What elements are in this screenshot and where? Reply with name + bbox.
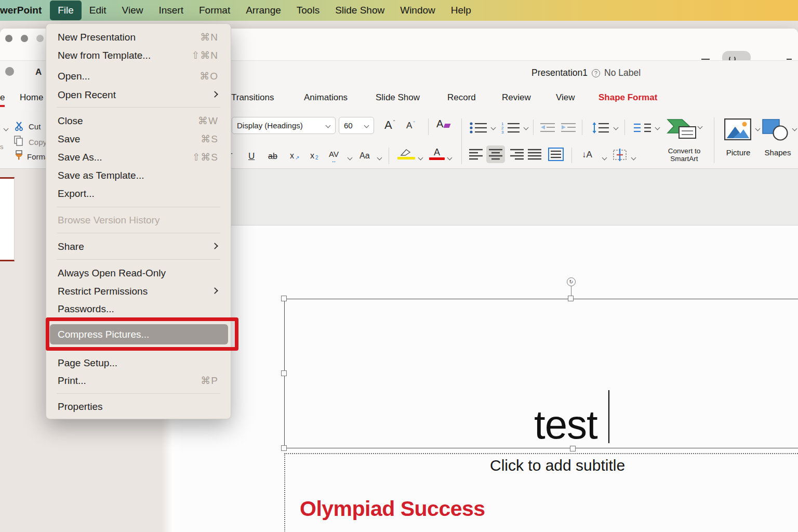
decrease-font-size-button[interactable]: Aˇ xyxy=(406,121,415,131)
cut-icon[interactable] xyxy=(15,121,23,131)
menubar-item-tools[interactable]: Tools xyxy=(289,0,327,21)
menubar-item-insert[interactable]: Insert xyxy=(151,0,191,21)
menu-item-print[interactable]: Print... ⌘P xyxy=(46,371,231,390)
smartart-icon[interactable] xyxy=(667,117,697,140)
ribbon-tab-slideshow[interactable]: Slide Show xyxy=(376,92,420,103)
shapes-caret-icon[interactable] xyxy=(793,127,797,131)
menu-item-save[interactable]: Save ⌘S xyxy=(46,130,231,148)
numbering-button[interactable]: 123 xyxy=(501,122,521,134)
change-case-button[interactable]: Aa xyxy=(360,151,370,161)
menubar-item-help[interactable]: Help xyxy=(443,0,479,21)
copy-icon[interactable] xyxy=(14,136,23,146)
picture-icon[interactable] xyxy=(724,118,751,140)
columns-button[interactable] xyxy=(634,123,653,133)
shapes-label[interactable]: Shapes xyxy=(760,149,796,157)
text-direction-button[interactable]: ↓A xyxy=(582,150,592,160)
resize-handle-top-left[interactable] xyxy=(281,296,287,301)
ribbon-tab-animations[interactable]: Animations xyxy=(304,92,348,103)
menu-item-restrict-permissions[interactable]: Restrict Permissions xyxy=(46,282,231,300)
menubar-item-arrange[interactable]: Arrange xyxy=(238,0,289,21)
menubar-item-slideshow[interactable]: Slide Show xyxy=(327,0,392,21)
decrease-indent-button[interactable] xyxy=(540,123,556,133)
copy-label[interactable]: Copy xyxy=(29,138,47,147)
slide-brand-text[interactable]: Olympiad Success xyxy=(300,497,485,521)
align-objects-caret-icon[interactable] xyxy=(632,156,636,160)
ribbon-tab-shape-format[interactable]: Shape Format xyxy=(598,92,657,103)
text-box-align-button[interactable] xyxy=(548,148,564,161)
format-painter-icon[interactable] xyxy=(14,150,24,161)
bullets-button[interactable] xyxy=(469,122,488,134)
resize-handle-bottom-left[interactable] xyxy=(281,445,287,451)
menubar-item-view[interactable]: View xyxy=(114,0,151,21)
sensitivity-label-icon[interactable]: ? xyxy=(592,69,600,77)
resize-handle-middle-left[interactable] xyxy=(281,370,287,376)
menu-item-save-as[interactable]: Save As... ⇧⌘S xyxy=(46,148,231,166)
menu-item-export[interactable]: Export... xyxy=(46,184,231,203)
menubar-item-edit[interactable]: Edit xyxy=(82,0,114,21)
font-color-caret-icon[interactable] xyxy=(448,156,452,160)
clipboard-chevron-icon[interactable] xyxy=(4,127,8,131)
smartart-label[interactable]: Convert to SmartArt xyxy=(659,148,710,163)
font-color-button[interactable]: A xyxy=(429,148,445,160)
font-size-select[interactable]: 60 xyxy=(339,117,374,134)
highlight-caret-icon[interactable] xyxy=(419,156,423,160)
picture-caret-icon[interactable] xyxy=(756,127,760,131)
ribbon-tab-review[interactable]: Review xyxy=(502,92,531,103)
rotation-handle-icon[interactable]: ↻ xyxy=(567,277,576,286)
line-spacing-button[interactable] xyxy=(592,122,610,134)
ribbon-tab-record[interactable]: Record xyxy=(447,92,476,103)
menu-item-close[interactable]: Close ⌘W xyxy=(46,112,231,130)
menu-item-open-recent[interactable]: Open Recent xyxy=(46,86,231,104)
menu-item-new-from-template[interactable]: New from Template... ⇧⌘N xyxy=(46,46,231,64)
ribbon-tab-home[interactable]: Home xyxy=(20,92,43,103)
menu-item-open[interactable]: Open... ⌘O xyxy=(46,67,231,85)
justify-button[interactable] xyxy=(528,149,542,160)
shapes-icon[interactable] xyxy=(762,118,791,141)
picture-label[interactable]: Picture xyxy=(721,149,755,157)
increase-font-size-button[interactable]: Aˆ xyxy=(384,118,395,132)
menu-item-passwords[interactable]: Passwords... xyxy=(46,300,231,318)
menu-item-always-open-read-only[interactable]: Always Open Read-Only xyxy=(46,264,231,282)
subscript-button[interactable]: x2 xyxy=(310,151,318,161)
menubar-item-file[interactable]: File xyxy=(50,1,82,20)
align-center-button[interactable] xyxy=(486,145,505,163)
sensitivity-label-status[interactable]: No Label xyxy=(604,68,641,78)
align-objects-button[interactable] xyxy=(612,149,628,161)
align-left-button[interactable] xyxy=(469,149,484,160)
subtitle-placeholder-text[interactable]: Click to add subtitle xyxy=(490,457,625,474)
clear-formatting-button[interactable]: A xyxy=(436,118,450,130)
menubar-item-format[interactable]: Format xyxy=(191,0,238,21)
menu-item-page-setup[interactable]: Page Setup... xyxy=(46,354,231,372)
resize-handle-top-middle[interactable] xyxy=(568,296,574,301)
slide-thumbnail[interactable] xyxy=(0,177,15,261)
menubar-item-window[interactable]: Window xyxy=(392,0,443,21)
line-spacing-caret-icon[interactable] xyxy=(614,126,618,130)
cut-label[interactable]: Cut xyxy=(29,122,41,131)
smartart-caret-icon[interactable] xyxy=(698,125,702,129)
minimize-window-button[interactable] xyxy=(21,35,28,42)
autosave-toggle-fragment[interactable] xyxy=(5,67,14,76)
menu-item-share[interactable]: Share xyxy=(46,237,231,256)
underline-button[interactable]: U xyxy=(248,151,255,162)
align-right-button[interactable] xyxy=(509,149,524,160)
strikethrough-button[interactable]: ab xyxy=(268,152,277,161)
numbering-caret-icon[interactable] xyxy=(524,126,528,130)
zoom-window-button[interactable] xyxy=(36,35,44,42)
menu-item-save-as-template[interactable]: Save as Template... xyxy=(46,166,231,184)
case-caret-icon[interactable] xyxy=(378,156,382,160)
ribbon-tab-view[interactable]: View xyxy=(556,92,575,103)
menu-item-new-presentation[interactable]: New Presentation ⌘N xyxy=(46,28,231,46)
menu-item-properties[interactable]: Properties xyxy=(46,397,231,416)
close-window-button[interactable] xyxy=(5,35,12,42)
app-name-powerpoint[interactable]: werPoint xyxy=(0,5,50,16)
bullets-caret-icon[interactable] xyxy=(491,126,496,130)
text-direction-caret-icon[interactable] xyxy=(603,156,607,160)
superscript-button[interactable]: x↗ xyxy=(290,151,299,161)
font-name-select[interactable]: Display (Headings) xyxy=(232,117,336,134)
character-spacing-button[interactable]: AV ↔ xyxy=(329,150,339,162)
increase-indent-button[interactable] xyxy=(561,123,577,133)
columns-caret-icon[interactable] xyxy=(656,126,660,130)
text-highlight-button[interactable] xyxy=(397,149,415,159)
ribbon-tab-transitions[interactable]: Transitions xyxy=(231,92,274,103)
spacing-caret-icon[interactable] xyxy=(348,156,352,160)
